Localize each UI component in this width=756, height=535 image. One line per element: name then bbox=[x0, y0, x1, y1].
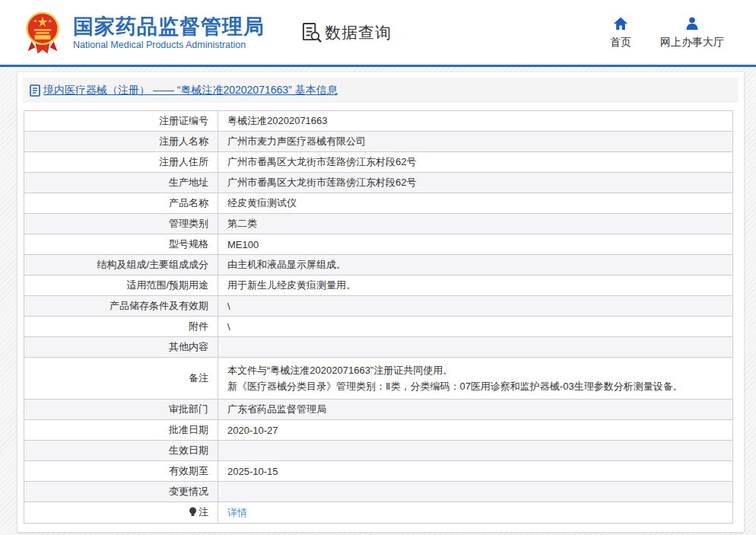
row-value: 2020-10-27 bbox=[218, 420, 733, 441]
row-value: 详情 bbox=[218, 502, 733, 524]
row-label: 变更情况 bbox=[24, 482, 218, 502]
row-value: 由主机和液晶显示屏组成。 bbox=[218, 255, 733, 275]
row-label: 注册人名称 bbox=[24, 132, 218, 152]
home-icon bbox=[613, 16, 628, 31]
row-label: 备注 bbox=[24, 358, 218, 400]
nav-hall-label: 网上办事大厅 bbox=[660, 36, 724, 49]
table-row-remarks: 备注 本文件与“粤械注准20202071663”注册证共同使用。 新《医疗器械分… bbox=[24, 358, 733, 400]
document-icon bbox=[30, 84, 40, 97]
table-row-approval-dept: 审批部门 广东省药品监督管理局 bbox=[24, 400, 733, 420]
china-national-emblem-icon bbox=[23, 11, 62, 55]
row-value: 广东省药品监督管理局 bbox=[218, 400, 733, 420]
row-value: 用于新生儿经皮黄疸测量用。 bbox=[218, 275, 733, 296]
row-value: 经皮黄疸测试仪 bbox=[218, 193, 733, 214]
table-row-structure: 结构及组成/主要组成成分 由主机和液晶显示屏组成。 bbox=[24, 255, 733, 275]
table-row-storage: 产品储存条件及有效期 \ bbox=[24, 296, 733, 317]
row-value bbox=[218, 441, 733, 461]
user-icon bbox=[685, 16, 700, 31]
table-row-cert-number: 注册证编号 粤械注准20202071663 bbox=[24, 111, 733, 132]
row-label: 生产地址 bbox=[24, 173, 218, 193]
data-query-label: 数据查询 bbox=[325, 22, 392, 43]
row-label: 注册证编号 bbox=[24, 111, 218, 132]
row-value: 2025-10-15 bbox=[218, 461, 733, 482]
table-row-management-class: 管理类别 第二类 bbox=[24, 214, 733, 234]
row-label: 结构及组成/主要组成成分 bbox=[24, 255, 218, 275]
table-row-other-content: 其他内容 bbox=[24, 337, 733, 358]
row-label: 管理类别 bbox=[24, 214, 218, 234]
table-row-attachment: 附件 \ bbox=[24, 317, 733, 337]
row-value: 广州市番禺区大龙街市莲路傍江东村段62号 bbox=[218, 152, 733, 173]
table-row-note: 注 详情 bbox=[24, 502, 733, 524]
row-value: ME100 bbox=[218, 234, 733, 255]
row-label: 附件 bbox=[24, 317, 218, 337]
row-value: 广州市麦力声医疗器械有限公司 bbox=[218, 132, 733, 152]
page-title: 境内医疗器械（注册） —— “粤械注准20202071663” 基本信息 bbox=[43, 84, 338, 97]
nav-home-label: 首页 bbox=[610, 36, 631, 49]
row-label: 适用范围/预期用途 bbox=[24, 275, 218, 296]
nav-item-service-hall[interactable]: 网上办事大厅 bbox=[660, 16, 724, 49]
detail-link[interactable]: 详情 bbox=[227, 507, 247, 518]
row-label: 生效日期 bbox=[24, 441, 218, 461]
row-label: 注册人住所 bbox=[24, 152, 218, 173]
row-value: 粤械注准20202071663 bbox=[218, 111, 733, 132]
nmpa-logo[interactable]: 国家药品监督管理局 National Medical Products Admi… bbox=[23, 11, 265, 55]
org-name-en: National Medical Products Administration bbox=[73, 40, 265, 50]
row-value: 广州市番禺区大龙街市莲路傍江东村段62号 bbox=[218, 173, 733, 193]
row-label: 型号规格 bbox=[24, 234, 218, 255]
table-row-approval-date: 批准日期 2020-10-27 bbox=[24, 420, 733, 441]
row-label: 注 bbox=[24, 502, 218, 524]
bulb-icon bbox=[189, 507, 197, 517]
row-value bbox=[218, 482, 733, 502]
row-value: \ bbox=[218, 296, 733, 317]
page-title-bar: 境内医疗器械（注册） —— “粤械注准20202071663” 基本信息 bbox=[23, 78, 739, 103]
note-label-text: 注 bbox=[199, 505, 208, 519]
table-row-registrant-name: 注册人名称 广州市麦力声医疗器械有限公司 bbox=[24, 132, 733, 152]
top-nav: 首页 网上办事大厅 bbox=[610, 16, 724, 49]
table-row-change-status: 变更情况 bbox=[24, 482, 733, 502]
row-label: 审批部门 bbox=[24, 400, 218, 420]
content-card: 境内医疗器械（注册） —— “粤械注准20202071663” 基本信息 注册证… bbox=[17, 72, 744, 532]
registration-info-table: 注册证编号 粤械注准20202071663 注册人名称 广州市麦力声医疗器械有限… bbox=[24, 110, 733, 524]
row-label: 产品名称 bbox=[24, 193, 218, 214]
row-value: 第二类 bbox=[218, 214, 733, 234]
doc-search-icon bbox=[301, 22, 322, 43]
data-query-section[interactable]: 数据查询 bbox=[301, 22, 392, 43]
row-value: 本文件与“粤械注准20202071663”注册证共同使用。 新《医疗器械分类目录… bbox=[218, 358, 733, 400]
table-row-intended-use: 适用范围/预期用途 用于新生儿经皮黄疸测量用。 bbox=[24, 275, 733, 296]
row-label: 有效期至 bbox=[24, 461, 218, 482]
org-name-zh: 国家药品监督管理局 bbox=[73, 15, 265, 38]
table-row-model-spec: 型号规格 ME100 bbox=[24, 234, 733, 255]
nav-item-home[interactable]: 首页 bbox=[610, 16, 631, 49]
row-label: 产品储存条件及有效期 bbox=[24, 296, 218, 317]
row-value: \ bbox=[218, 317, 733, 337]
table-row-production-address: 生产地址 广州市番禺区大龙街市莲路傍江东村段62号 bbox=[24, 173, 733, 193]
row-value bbox=[218, 337, 733, 358]
table-row-registrant-address: 注册人住所 广州市番禺区大龙街市莲路傍江东村段62号 bbox=[24, 152, 733, 173]
table-row-effective-date: 生效日期 bbox=[24, 441, 733, 461]
row-label: 其他内容 bbox=[24, 337, 218, 358]
table-row-expiry-date: 有效期至 2025-10-15 bbox=[24, 461, 733, 482]
table-row-product-name: 产品名称 经皮黄疸测试仪 bbox=[24, 193, 733, 214]
row-label: 批准日期 bbox=[24, 420, 218, 441]
site-header: 国家药品监督管理局 National Medical Products Admi… bbox=[0, 0, 756, 67]
